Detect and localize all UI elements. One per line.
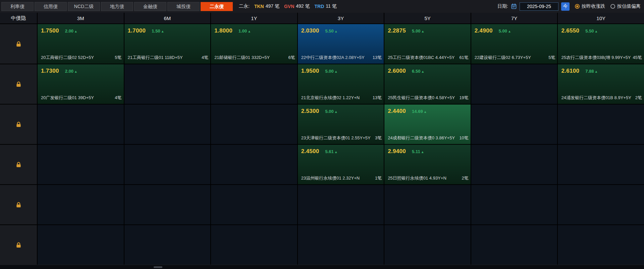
row-lock[interactable] bbox=[0, 24, 37, 64]
bond-yield: 2.6550 bbox=[561, 27, 579, 34]
bond-name: 20工商银行二级02 52D+5Y bbox=[41, 55, 94, 61]
column-header-10y: 10Y bbox=[558, 13, 644, 23]
empty-cell[interactable] bbox=[471, 185, 557, 224]
summary-stats: TKN497 笔GVN492 笔TRD11 笔 bbox=[254, 3, 337, 9]
stat-tkn: TKN497 笔 bbox=[254, 3, 279, 9]
bond-count: 61笔 bbox=[459, 55, 468, 61]
bond-count: 13笔 bbox=[373, 55, 382, 61]
row-lock[interactable] bbox=[0, 64, 37, 104]
summary-bar: 二永: TKN497 笔GVN492 笔TRD11 笔 bbox=[239, 3, 337, 9]
empty-cell[interactable] bbox=[298, 225, 384, 265]
bond-count: 2笔 bbox=[635, 95, 642, 101]
bond-change: 2.00▲ bbox=[65, 28, 77, 33]
bond-change: 5.61▲ bbox=[325, 149, 338, 154]
stat-tkn-label: TKN bbox=[254, 4, 264, 9]
empty-cell[interactable] bbox=[211, 145, 297, 184]
up-arrow-icon: ▲ bbox=[74, 70, 77, 73]
bond-count: 19笔 bbox=[459, 95, 468, 101]
bond-cell[interactable]: 2.28755.00▲25工行二级资本债01BC 4.44Y+5Y61笔 bbox=[384, 24, 471, 64]
up-arrow-icon: ▲ bbox=[334, 70, 338, 73]
bond-count: 3笔 bbox=[375, 135, 382, 141]
empty-cell[interactable] bbox=[38, 225, 124, 265]
stat-trd-count: 11 笔 bbox=[326, 3, 336, 9]
empty-cell[interactable] bbox=[211, 64, 297, 104]
empty-cell[interactable] bbox=[211, 225, 297, 265]
date-controls: 日期: 2025-09-25 今 按昨收涨跌按估值偏离 bbox=[497, 2, 641, 11]
bond-cell[interactable]: 1.80001.00▲21邮储银行二级01 332D+5Y6笔 bbox=[211, 24, 297, 64]
empty-cell[interactable] bbox=[558, 145, 644, 184]
empty-cell[interactable] bbox=[124, 105, 211, 144]
bond-count: 10笔 bbox=[459, 135, 468, 141]
up-arrow-icon: ▲ bbox=[161, 29, 164, 33]
row-lock[interactable] bbox=[0, 185, 37, 224]
radio-dot bbox=[610, 4, 615, 9]
bond-name: 24成都银行二级资本债0 3.86Y+5Y bbox=[388, 135, 455, 141]
radio-by-prev-close[interactable]: 按昨收涨跌 bbox=[575, 3, 605, 9]
row-lock[interactable] bbox=[0, 225, 37, 265]
stat-gvn: GVN492 笔 bbox=[284, 3, 310, 9]
bond-cell[interactable]: 2.60006.50▲25民生银行二级资本债0 4.58Y+5Y19笔 bbox=[384, 64, 471, 104]
tab-ncd-secondary[interactable]: NCD二级 bbox=[68, 2, 100, 11]
empty-cell[interactable] bbox=[384, 225, 471, 265]
up-arrow-icon: ▲ bbox=[421, 70, 424, 73]
bond-cell[interactable]: 1.75002.00▲20工商银行二级02 52D+5Y5笔 bbox=[38, 24, 124, 64]
up-arrow-icon: ▲ bbox=[508, 29, 511, 33]
bond-yield: 2.0300 bbox=[301, 27, 319, 34]
bond-cell[interactable]: 2.45005.61▲23温州银行永续债01 2.32Y+N1笔 bbox=[298, 145, 384, 184]
empty-cell[interactable] bbox=[38, 185, 124, 224]
horizontal-scrollbar[interactable] bbox=[0, 265, 644, 269]
empty-cell[interactable] bbox=[124, 64, 211, 104]
bond-cell[interactable]: 2.65505.50▲25农行二级资本债03B(增 9.99Y+5Y45笔 bbox=[558, 24, 644, 64]
date-input[interactable]: 2025-09-25 bbox=[520, 2, 558, 11]
tab-credit[interactable]: 信用债 bbox=[35, 2, 67, 11]
bond-cell[interactable]: 1.73002.00▲20广发银行二级01 39D+5Y4笔 bbox=[38, 64, 124, 104]
empty-cell[interactable] bbox=[471, 105, 557, 144]
empty-cell[interactable] bbox=[558, 185, 644, 224]
bond-name: 25民生银行二级资本债0 4.58Y+5Y bbox=[388, 95, 455, 101]
empty-cell[interactable] bbox=[471, 225, 557, 265]
empty-cell[interactable] bbox=[298, 185, 384, 224]
bond-cell[interactable]: 2.440014.69▲24成都银行二级资本债0 3.86Y+5Y10笔 bbox=[384, 105, 471, 144]
empty-cell[interactable] bbox=[124, 185, 211, 224]
bond-name: 24浦发银行二级资本债01B 8.9Y+5Y bbox=[561, 95, 631, 101]
bond-cell[interactable]: 2.03005.50▲22中行二级资本债02A 2.08Y+5Y13笔 bbox=[298, 24, 384, 64]
lock-icon bbox=[16, 122, 21, 127]
bond-name: 25农行二级资本债03B(增 9.99Y+5Y bbox=[561, 55, 631, 61]
tab-bar: 利率债信用债NCD二级地方债金融债城投债二永债 bbox=[1, 2, 233, 11]
tab-rates[interactable]: 利率债 bbox=[1, 2, 34, 11]
stat-trd-label: TRD bbox=[315, 4, 324, 9]
row-lock[interactable] bbox=[0, 145, 37, 184]
bond-cell[interactable]: 2.53005.00▲23天津银行二级资本债01 2.55Y+5Y3笔 bbox=[298, 105, 384, 144]
empty-cell[interactable] bbox=[211, 185, 297, 224]
bond-cell[interactable]: 1.70001.50▲21工商银行二级01 118D+5Y4笔 bbox=[124, 24, 211, 64]
tab-local-gov[interactable]: 地方债 bbox=[101, 2, 133, 11]
stat-trd: TRD11 笔 bbox=[315, 3, 337, 9]
bond-name: 22中行二级资本债02A 2.08Y+5Y bbox=[301, 55, 365, 61]
empty-cell[interactable] bbox=[384, 185, 471, 224]
empty-cell[interactable] bbox=[471, 145, 557, 184]
up-arrow-icon: ▲ bbox=[74, 29, 77, 33]
empty-cell[interactable] bbox=[558, 225, 644, 265]
bond-cell[interactable]: 2.94005.11▲25日照银行永续债01 4.93Y+N2笔 bbox=[384, 145, 471, 184]
row-lock[interactable] bbox=[0, 105, 37, 144]
calendar-icon[interactable] bbox=[511, 3, 517, 9]
empty-cell[interactable] bbox=[471, 64, 557, 104]
bond-yield: 1.7300 bbox=[41, 68, 59, 74]
today-button[interactable]: 今 bbox=[561, 2, 570, 11]
bond-cell[interactable]: 2.49005.00▲22建设银行二级02 6.73Y+5Y5笔 bbox=[471, 24, 557, 64]
bond-change: 14.69▲ bbox=[412, 109, 427, 114]
empty-cell[interactable] bbox=[558, 105, 644, 144]
empty-cell[interactable] bbox=[124, 225, 211, 265]
bond-cell[interactable]: 2.61007.88▲24浦发银行二级资本债01B 8.9Y+5Y2笔 bbox=[558, 64, 644, 104]
empty-cell[interactable] bbox=[38, 145, 124, 184]
empty-cell[interactable] bbox=[124, 145, 211, 184]
radio-by-valuation-deviation[interactable]: 按估值偏离 bbox=[610, 3, 641, 9]
tab-urban-investment[interactable]: 城投债 bbox=[167, 2, 200, 11]
bond-cell[interactable]: 1.95005.00▲21北京银行永续债02 1.22Y+N13笔 bbox=[298, 64, 384, 104]
tab-tier2-perpetual[interactable]: 二永债 bbox=[201, 2, 233, 11]
scrollbar-thumb[interactable] bbox=[154, 266, 162, 268]
empty-cell[interactable] bbox=[211, 105, 297, 144]
empty-cell[interactable] bbox=[38, 105, 124, 144]
tab-financial[interactable]: 金融债 bbox=[134, 2, 166, 11]
bond-change: 5.50▲ bbox=[325, 28, 338, 33]
